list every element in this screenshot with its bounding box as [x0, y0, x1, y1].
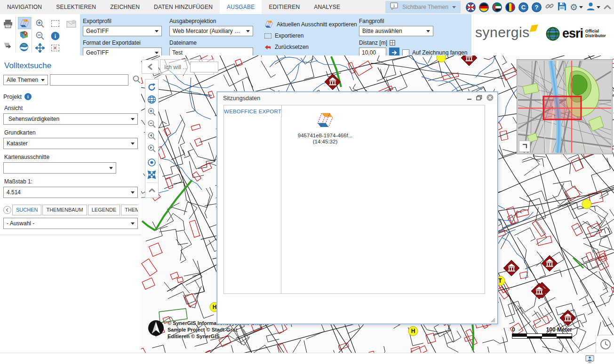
map-extract-button[interactable]: [18, 29, 30, 40]
menu-analyse[interactable]: ANALYSE: [307, 0, 347, 14]
restore-icon[interactable]: [476, 95, 482, 102]
print-button[interactable]: [2, 18, 14, 29]
previous-extent-button[interactable]: [145, 130, 158, 142]
bottom-strip: [0, 353, 614, 364]
snap-profile-select[interactable]: Bitte auswählen: [359, 26, 433, 36]
language-c-icon[interactable]: C: [518, 2, 528, 12]
save-session-icon[interactable]: [558, 2, 566, 13]
export-profile-select[interactable]: GeoTIFF: [83, 26, 162, 36]
next-extent-icon: [147, 144, 156, 153]
map-area[interactable]: HHT © SynerGIS Informationssysteme GmbH …: [141, 55, 614, 353]
dialog-titlebar[interactable]: Sitzungsdaten: [217, 92, 497, 104]
search-selection-select[interactable]: - Auswahl -: [3, 218, 138, 229]
chevron-down-icon: [131, 142, 135, 145]
clear-selection-icon: ✕: [51, 45, 59, 51]
map-tools-panel: [145, 79, 159, 198]
select-rectangle-button[interactable]: [49, 18, 61, 29]
project-info-icon[interactable]: i: [24, 93, 32, 100]
zoom-in-button[interactable]: [145, 105, 158, 118]
topbar-right-controls: i Sichtbare Themen C ? ⚙: [385, 0, 611, 14]
tab-weboffice-export[interactable]: WEBOFFICE EXPORT: [223, 105, 282, 117]
minimize-icon[interactable]: [467, 95, 472, 102]
collapse-map-tools-button[interactable]: [145, 184, 158, 196]
i-will-input[interactable]: [190, 62, 218, 72]
view-select[interactable]: Sehenswürdigkeiten: [3, 113, 138, 125]
export-extent-tool-button[interactable]: [18, 17, 31, 29]
fulltext-scope-select[interactable]: Alle Themen: [3, 75, 48, 85]
output-projection-select[interactable]: Web Mercator (Auxiliary Sp...: [169, 26, 253, 36]
close-icon[interactable]: [486, 94, 494, 103]
visible-themes-dropdown[interactable]: i Sichtbare Themen: [385, 1, 461, 13]
share-map-button[interactable]: [2, 40, 14, 52]
basemaps-select[interactable]: Kataster: [3, 138, 138, 149]
map-extracts-select[interactable]: [3, 162, 116, 174]
selection-rectangle-icon: [264, 33, 271, 39]
export-result-item[interactable]: 945741e8-1974-466f... (14:45:32): [290, 112, 360, 144]
zoom-in-icon: [35, 19, 45, 28]
export-current-extent-button[interactable]: Aktuellen Ausschnitt exportieren: [264, 20, 357, 28]
sidebar-tabs: SUCHEN THEMENBAUM LEGENDE THEM: [3, 205, 138, 215]
menu-editieren[interactable]: EDITIEREN: [262, 0, 307, 14]
tab-legende[interactable]: LEGENDE: [88, 205, 120, 215]
distance-label: Distanz [m]: [359, 40, 387, 46]
zoom-out-tool-button[interactable]: [34, 30, 46, 41]
dialog-tab-divider: [281, 117, 281, 293]
language-german-flag-icon[interactable]: [479, 2, 489, 12]
search-icon[interactable]: [132, 75, 141, 86]
svg-text:H: H: [411, 328, 415, 334]
menu-navigation[interactable]: NAVIGATION: [0, 0, 49, 14]
export-3d-box-icon: [264, 20, 273, 28]
next-extent-button[interactable]: [145, 142, 158, 154]
tab-themen[interactable]: THEM: [121, 205, 138, 215]
scalebar-max-label: 100 Meter: [546, 326, 572, 333]
ribbon-tool-strip: i ✕: [0, 14, 80, 55]
synergis-spark-icon: [529, 24, 538, 32]
menu-selektieren[interactable]: SELEKTIEREN: [49, 0, 103, 14]
tab-themenbaum[interactable]: THEMENBAUM: [42, 205, 87, 215]
dialog-resize-handle[interactable]: [490, 316, 495, 322]
i-will-search[interactable]: Ich will ...: [160, 59, 214, 75]
clear-selection-button[interactable]: ✕: [49, 42, 61, 54]
link-icon[interactable]: [545, 1, 554, 13]
help-icon[interactable]: ?: [532, 2, 542, 12]
export-button[interactable]: Exportieren: [264, 32, 357, 39]
collapse-toolbar-icon[interactable]: [604, 3, 611, 11]
menu-daten-hinzufuegen[interactable]: DATEN HINZUFÜGEN: [147, 0, 220, 14]
overview-extent-rect[interactable]: [543, 96, 581, 119]
session-monitor-button[interactable]: [585, 355, 594, 364]
previous-extent-icon: [147, 132, 156, 141]
calculator-icon: [390, 40, 395, 46]
menu-zeichnen[interactable]: ZEICHNEN: [103, 0, 147, 14]
pan-tool-button[interactable]: [34, 42, 46, 54]
user-menu[interactable]: [586, 2, 600, 12]
zoom-out-button[interactable]: [145, 118, 158, 130]
chevron-down-icon: [131, 222, 135, 225]
send-mail-button[interactable]: [65, 18, 77, 29]
zoom-in-tool-button[interactable]: [34, 18, 46, 29]
menu-ausgabe[interactable]: AUSGABE: [220, 0, 262, 14]
identify-button[interactable]: i: [49, 30, 61, 41]
overview-map[interactable]: [517, 60, 612, 154]
language-romanian-flag-icon[interactable]: [505, 2, 515, 12]
ribbon-fields-panel: Exportprofil GeoTIFF Format der Exportda…: [80, 14, 471, 55]
scale-select[interactable]: 4.514: [3, 187, 138, 198]
chevron-down-icon: [246, 30, 250, 32]
chevron-left-icon: [148, 63, 152, 70]
refresh-map-button[interactable]: [145, 81, 158, 93]
reset-button[interactable]: Zurücksetzen: [264, 43, 357, 50]
tab-suchen[interactable]: SUCHEN: [12, 205, 41, 215]
language-arabic-flag-icon[interactable]: [492, 2, 502, 12]
overview-collapse-button[interactable]: [519, 141, 530, 152]
full-extent-globe-button[interactable]: [145, 93, 158, 105]
tabs-scroll-left-button[interactable]: [3, 206, 11, 214]
language-english-flag-icon[interactable]: [466, 2, 476, 12]
full-extent-button[interactable]: [145, 168, 158, 181]
settings-menu[interactable]: ⚙: [570, 3, 583, 12]
default-extent-button[interactable]: [145, 156, 158, 168]
fulltext-search-input[interactable]: [50, 74, 128, 86]
google-earth-button[interactable]: [18, 41, 30, 53]
filename-label: Dateiname: [169, 40, 253, 46]
time-slider-button[interactable]: [596, 335, 614, 353]
sidebar-collapse-button[interactable]: [142, 60, 159, 74]
view-label: Ansicht: [4, 105, 138, 111]
